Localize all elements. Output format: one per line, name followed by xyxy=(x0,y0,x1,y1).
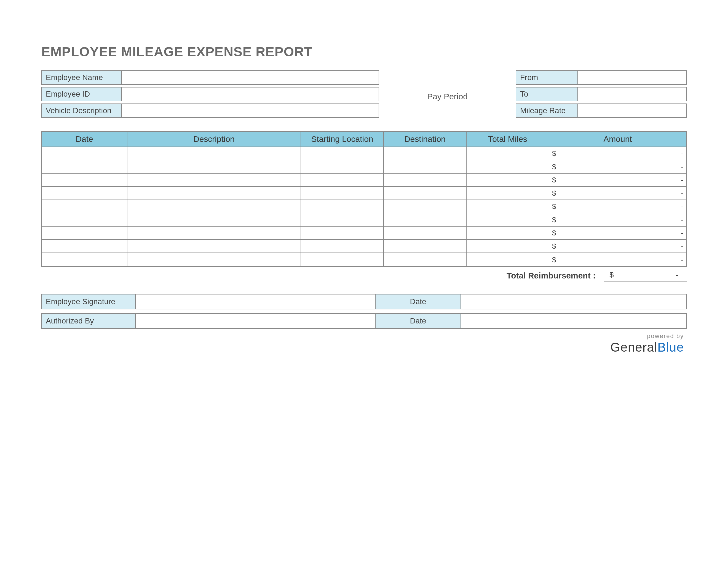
total-reimbursement-label: Total Reimbursement : xyxy=(41,271,604,280)
cell-start[interactable] xyxy=(301,160,384,173)
cell-miles[interactable] xyxy=(467,213,549,226)
table-row[interactable]: $- xyxy=(42,200,686,213)
cell-start[interactable] xyxy=(301,253,384,266)
amount-currency: $ xyxy=(552,149,556,158)
table-row[interactable]: $- xyxy=(42,213,686,226)
cell-destination[interactable] xyxy=(384,173,467,187)
cell-destination[interactable] xyxy=(384,187,467,200)
employee-name-field[interactable]: Employee Name xyxy=(41,70,379,85)
cell-description[interactable] xyxy=(127,147,301,160)
authorized-by-value[interactable] xyxy=(136,314,376,328)
table-row[interactable]: $- xyxy=(42,240,686,253)
cell-start[interactable] xyxy=(301,240,384,253)
pay-period-to-field[interactable]: To xyxy=(516,87,687,101)
table-row[interactable]: $- xyxy=(42,226,686,240)
cell-description[interactable] xyxy=(127,253,301,266)
cell-date[interactable] xyxy=(42,213,127,226)
employee-signature-date-value[interactable] xyxy=(461,295,686,309)
employee-id-field[interactable]: Employee ID xyxy=(41,87,379,101)
table-row[interactable]: $- xyxy=(42,173,686,187)
employee-signature-value[interactable] xyxy=(136,295,376,309)
amount-currency: $ xyxy=(552,215,556,224)
cell-date[interactable] xyxy=(42,200,127,213)
cell-description[interactable] xyxy=(127,200,301,213)
authorized-by-date-value[interactable] xyxy=(461,314,686,328)
cell-start[interactable] xyxy=(301,200,384,213)
table-row[interactable]: $- xyxy=(42,253,686,266)
cell-amount[interactable]: $- xyxy=(549,147,686,160)
cell-miles[interactable] xyxy=(467,253,549,266)
col-amount: Amount xyxy=(549,132,686,147)
employee-signature-date-label: Date xyxy=(376,295,461,309)
cell-destination[interactable] xyxy=(384,160,467,173)
vehicle-description-value[interactable] xyxy=(122,104,379,117)
cell-date[interactable] xyxy=(42,253,127,266)
cell-amount[interactable]: $- xyxy=(549,173,686,187)
cell-amount[interactable]: $- xyxy=(549,253,686,266)
meta-section: Employee Name Employee ID Vehicle Descri… xyxy=(41,70,687,120)
cell-miles[interactable] xyxy=(467,160,549,173)
cell-start[interactable] xyxy=(301,147,384,160)
cell-destination[interactable] xyxy=(384,147,467,160)
cell-destination[interactable] xyxy=(384,240,467,253)
cell-start[interactable] xyxy=(301,213,384,226)
cell-destination[interactable] xyxy=(384,213,467,226)
cell-date[interactable] xyxy=(42,226,127,240)
cell-description[interactable] xyxy=(127,160,301,173)
cell-miles[interactable] xyxy=(467,200,549,213)
cell-description[interactable] xyxy=(127,173,301,187)
cell-miles[interactable] xyxy=(467,147,549,160)
pay-period-from-field[interactable]: From xyxy=(516,70,687,85)
footer: powered by GeneralBlue xyxy=(41,333,687,355)
cell-date[interactable] xyxy=(42,160,127,173)
amount-value: - xyxy=(681,176,683,184)
cell-description[interactable] xyxy=(127,213,301,226)
employee-signature-row[interactable]: Employee Signature Date xyxy=(41,294,687,310)
cell-amount[interactable]: $- xyxy=(549,160,686,173)
vehicle-description-field[interactable]: Vehicle Description xyxy=(41,103,379,118)
cell-date[interactable] xyxy=(42,187,127,200)
amount-currency: $ xyxy=(552,189,556,197)
cell-start[interactable] xyxy=(301,187,384,200)
cell-miles[interactable] xyxy=(467,226,549,240)
employee-name-value[interactable] xyxy=(122,71,379,84)
cell-date[interactable] xyxy=(42,147,127,160)
authorized-by-date-label: Date xyxy=(376,314,461,328)
cell-description[interactable] xyxy=(127,240,301,253)
authorized-by-row[interactable]: Authorized By Date xyxy=(41,313,687,329)
cell-amount[interactable]: $- xyxy=(549,213,686,226)
cell-start[interactable] xyxy=(301,173,384,187)
cell-description[interactable] xyxy=(127,187,301,200)
cell-destination[interactable] xyxy=(384,200,467,213)
cell-destination[interactable] xyxy=(384,253,467,266)
cell-miles[interactable] xyxy=(467,240,549,253)
employee-name-label: Employee Name xyxy=(42,71,122,84)
amount-currency: $ xyxy=(552,255,556,264)
total-amount: - xyxy=(676,270,678,279)
table-row[interactable]: $- xyxy=(42,160,686,173)
cell-description[interactable] xyxy=(127,226,301,240)
employee-id-value[interactable] xyxy=(122,87,379,101)
cell-amount[interactable]: $- xyxy=(549,240,686,253)
amount-currency: $ xyxy=(552,229,556,237)
amount-value: - xyxy=(681,202,683,211)
table-row[interactable]: $- xyxy=(42,147,686,160)
cell-date[interactable] xyxy=(42,240,127,253)
cell-start[interactable] xyxy=(301,226,384,240)
amount-currency: $ xyxy=(552,202,556,211)
from-value[interactable] xyxy=(578,71,686,84)
cell-amount[interactable]: $- xyxy=(549,226,686,240)
cell-miles[interactable] xyxy=(467,187,549,200)
cell-destination[interactable] xyxy=(384,226,467,240)
mileage-rate-value[interactable] xyxy=(578,104,686,117)
table-row[interactable]: $- xyxy=(42,187,686,200)
cell-miles[interactable] xyxy=(467,173,549,187)
cell-amount[interactable]: $- xyxy=(549,187,686,200)
mileage-rate-label: Mileage Rate xyxy=(516,104,578,117)
mileage-rate-field[interactable]: Mileage Rate xyxy=(516,103,687,118)
to-value[interactable] xyxy=(578,87,686,101)
cell-date[interactable] xyxy=(42,173,127,187)
cell-amount[interactable]: $- xyxy=(549,200,686,213)
amount-currency: $ xyxy=(552,162,556,171)
table-header-row: Date Description Starting Location Desti… xyxy=(42,132,686,147)
